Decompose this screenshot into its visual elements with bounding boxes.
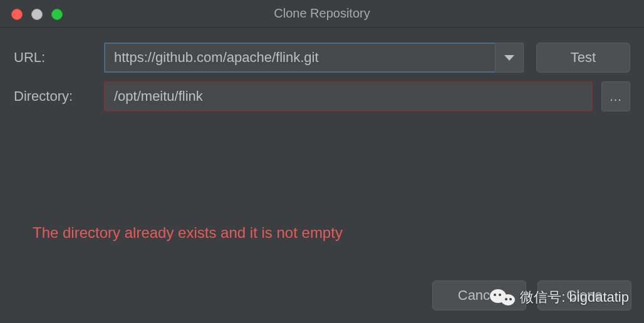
browse-button[interactable]: ... (601, 81, 630, 111)
clone-button[interactable]: Clone (538, 280, 631, 310)
test-button[interactable]: Test (536, 43, 630, 73)
browse-button-label: ... (610, 90, 622, 104)
close-window-button[interactable] (11, 9, 23, 20)
maximize-window-button[interactable] (51, 9, 63, 20)
url-row: URL: Test (14, 43, 631, 73)
url-label: URL: (14, 49, 104, 66)
test-button-label: Test (571, 49, 596, 66)
url-input[interactable] (104, 43, 495, 73)
dialog-footer: Cancel Clone (432, 280, 631, 310)
error-message: The directory already exists and it is n… (33, 224, 631, 242)
url-combobox (104, 43, 524, 73)
directory-input[interactable] (104, 81, 593, 111)
dialog-content: URL: Test Directory: ... The directory a… (0, 28, 644, 242)
cancel-button[interactable]: Cancel (432, 280, 526, 310)
url-dropdown-button[interactable] (495, 43, 524, 73)
window-title: Clone Repository (274, 6, 370, 21)
directory-label: Directory: (14, 88, 104, 105)
window-controls (11, 9, 63, 20)
directory-row: Directory: ... (14, 81, 631, 111)
minimize-window-button[interactable] (31, 9, 43, 20)
chevron-down-icon (504, 55, 514, 61)
clone-button-label: Clone (566, 287, 602, 304)
cancel-button-label: Cancel (458, 287, 501, 304)
titlebar: Clone Repository (0, 0, 644, 28)
